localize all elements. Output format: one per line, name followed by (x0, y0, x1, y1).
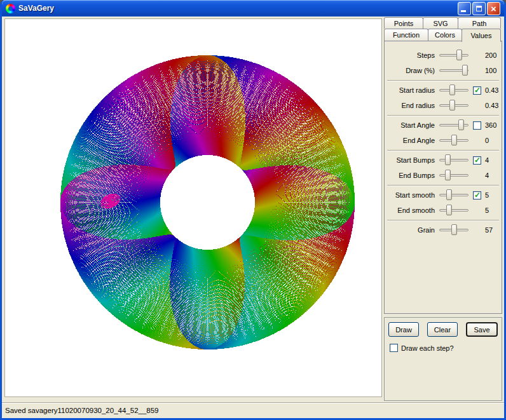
group-separator (387, 220, 499, 221)
slider-track[interactable] (439, 54, 468, 57)
slider-start-radius[interactable] (439, 85, 468, 96)
slider-track[interactable] (439, 194, 468, 196)
slider-start-bumps[interactable] (439, 154, 468, 166)
tab-row-front: Function Colors Values (384, 29, 500, 41)
slider-thumb[interactable] (458, 119, 464, 130)
checkbox-start-smooth[interactable] (473, 191, 481, 200)
label-draw: Draw (%) (385, 67, 438, 74)
tab-svg[interactable]: SVG (423, 17, 458, 29)
tab-row-back: Points SVG Path (384, 17, 500, 29)
slider-thumb[interactable] (445, 154, 451, 165)
values-panel: Steps200Draw (%)100Start radius0.43End r… (384, 41, 502, 314)
label-grain: Grain (385, 226, 438, 234)
window-buttons: × (458, 2, 500, 15)
button-row: Draw Clear Save (385, 318, 502, 337)
checkbox-slot (470, 86, 484, 95)
value-grain: 57 (484, 226, 502, 234)
slider-thumb[interactable] (446, 189, 452, 200)
maximize-icon (476, 6, 482, 11)
drawing-canvas (5, 19, 381, 396)
checkbox-start-radius[interactable] (473, 86, 481, 95)
slider-track[interactable] (439, 209, 468, 212)
slider-draw[interactable] (439, 65, 468, 76)
tab-path[interactable]: Path (458, 17, 501, 29)
tab-values[interactable]: Values (462, 29, 501, 42)
slider-thumb[interactable] (446, 205, 452, 215)
maximize-button[interactable] (472, 2, 486, 15)
checkbox-slot (470, 121, 484, 130)
slider-end-radius[interactable] (439, 100, 468, 111)
value-start-radius: 0.43 (484, 86, 502, 94)
slider-thumb[interactable] (462, 65, 468, 76)
close-button[interactable]: × (487, 2, 500, 15)
value-start-bumps: 4 (484, 156, 502, 164)
minimize-icon (461, 10, 466, 12)
draw-each-step-label: Draw each step? (401, 344, 454, 352)
label-start-smooth: Start smooth (385, 191, 438, 199)
minimize-button[interactable] (458, 2, 471, 15)
value-draw: 100 (484, 67, 502, 74)
label-end-angle: End Angle (385, 137, 438, 144)
status-bar: Saved savagery11020070930_20_44_52__859 (2, 403, 504, 418)
draw-button[interactable]: Draw (388, 322, 419, 337)
value-start-smooth: 5 (484, 191, 502, 199)
group-separator (387, 80, 499, 81)
save-button[interactable]: Save (466, 322, 498, 337)
label-start-radius: Start radius (385, 86, 438, 94)
status-text: Saved savagery11020070930_20_44_52__859 (5, 407, 159, 414)
slider-end-bumps[interactable] (439, 170, 468, 181)
row-start-angle: Start Angle360 (385, 118, 502, 133)
checkbox-slot (470, 191, 484, 200)
slider-thumb[interactable] (451, 135, 457, 146)
row-grain: Grain57 (385, 222, 502, 238)
slider-track[interactable] (439, 124, 468, 126)
slider-steps[interactable] (439, 50, 468, 61)
drawing-area (4, 18, 382, 397)
draw-each-step-checkbox[interactable] (390, 344, 398, 352)
value-end-angle: 0 (484, 137, 502, 144)
label-start-angle: Start Angle (385, 121, 438, 129)
app-window: SaVaGery × Points SVG Path Function Colo… (0, 0, 506, 420)
slider-thumb[interactable] (449, 100, 455, 111)
checkbox-start-bumps[interactable] (473, 156, 481, 165)
clear-button[interactable]: Clear (427, 322, 458, 337)
slider-thumb[interactable] (449, 85, 455, 95)
row-start-radius: Start radius0.43 (385, 83, 502, 98)
value-end-bumps: 4 (484, 172, 502, 179)
group-separator (387, 185, 499, 186)
row-end-radius: End radius0.43 (385, 98, 502, 113)
titlebar[interactable]: SaVaGery × (2, 0, 504, 17)
checkbox-slot (470, 156, 484, 165)
slider-thumb[interactable] (451, 224, 457, 235)
slider-track[interactable] (439, 174, 468, 177)
slider-thumb[interactable] (445, 170, 451, 180)
value-end-radius: 0.43 (484, 102, 502, 109)
checkbox-start-angle[interactable] (473, 121, 481, 130)
slider-grain[interactable] (439, 224, 468, 236)
label-steps: Steps (385, 51, 438, 59)
label-end-bumps: End Bumps (385, 172, 438, 179)
slider-thumb[interactable] (456, 50, 462, 60)
label-end-radius: End radius (385, 102, 438, 109)
label-start-bumps: Start Bumps (385, 156, 438, 164)
row-start-bumps: Start Bumps4 (385, 152, 502, 168)
slider-track[interactable] (439, 159, 468, 161)
slider-start-angle[interactable] (439, 119, 468, 131)
slider-start-smooth[interactable] (439, 189, 468, 201)
close-icon: × (491, 4, 496, 13)
tab-points[interactable]: Points (384, 17, 423, 29)
app-icon (6, 4, 15, 13)
tab-function[interactable]: Function (384, 29, 428, 41)
slider-end-angle[interactable] (439, 135, 468, 146)
tab-colors[interactable]: Colors (428, 29, 462, 41)
group-separator (387, 150, 499, 151)
row-draw: Draw (%)100 (385, 63, 502, 78)
actions-panel: Draw Clear Save Draw each step? (384, 317, 502, 401)
control-panel: Points SVG Path Function Colors Values S… (384, 17, 502, 403)
value-end-smooth: 5 (484, 207, 502, 214)
draw-each-step-row: Draw each step? (385, 337, 502, 352)
value-steps: 200 (484, 51, 502, 59)
row-end-bumps: End Bumps4 (385, 168, 502, 183)
label-end-smooth: End smooth (385, 207, 438, 214)
slider-end-smooth[interactable] (439, 205, 468, 216)
